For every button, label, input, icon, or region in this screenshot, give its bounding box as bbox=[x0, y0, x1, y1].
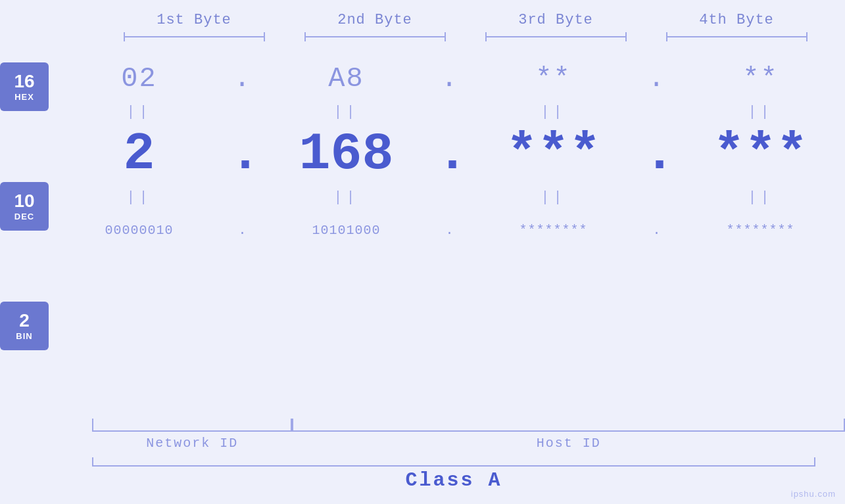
bin-dot-3: . bbox=[644, 223, 670, 238]
watermark: ipshu.com bbox=[791, 489, 836, 499]
host-id-label: Host ID bbox=[292, 436, 845, 451]
main-container: 1st Byte 2nd Byte 3rd Byte 4th Byte 16 H… bbox=[0, 0, 845, 504]
hex-dot-3: . bbox=[644, 63, 670, 95]
eq2-sign-1: || bbox=[126, 189, 151, 206]
badges-column: 16 HEX 10 DEC 2 BIN bbox=[0, 56, 49, 419]
eq2-sign-4: || bbox=[748, 189, 773, 206]
dec-val-2: 168 bbox=[299, 124, 393, 184]
dec-dot-3: . bbox=[644, 128, 670, 181]
byte-label-3: 3rd Byte bbox=[466, 12, 646, 28]
dec-cell-4: *** bbox=[670, 128, 845, 181]
eq2-sign-3: || bbox=[541, 189, 566, 206]
dec-val-3: *** bbox=[506, 124, 600, 184]
hex-dot-1: . bbox=[229, 63, 256, 95]
bin-badge: 2 BIN bbox=[0, 302, 49, 350]
id-labels: Network ID Host ID bbox=[92, 436, 845, 451]
bin-badge-number: 2 bbox=[19, 311, 30, 331]
bracket-4 bbox=[646, 32, 827, 44]
eq-cell-4: || bbox=[670, 104, 845, 120]
dec-cell-2: 168 bbox=[256, 128, 437, 181]
byte-label-2: 2nd Byte bbox=[285, 12, 466, 28]
bin-row: 00000010 . 10101000 . ******** . bbox=[49, 207, 845, 253]
class-bracket bbox=[92, 457, 815, 467]
bin-cell-2: 10101000 bbox=[256, 223, 437, 238]
dec-dot-1: . bbox=[229, 128, 256, 181]
network-id-bracket bbox=[92, 419, 292, 432]
hex-dot-2: . bbox=[437, 63, 463, 95]
header-brackets bbox=[104, 32, 827, 44]
content-area: 16 HEX 10 DEC 2 BIN 02 . bbox=[0, 56, 845, 419]
bottom-area: Network ID Host ID Class A ipshu.com bbox=[0, 419, 845, 504]
bracket-3 bbox=[466, 32, 646, 44]
eq2-cell-2: || bbox=[256, 189, 437, 206]
bin-dot-1: . bbox=[229, 223, 256, 238]
eq-cell-3: || bbox=[463, 104, 644, 120]
dec-cell-1: 2 bbox=[49, 128, 229, 181]
hex-row: 02 . A8 . ** . ** bbox=[49, 56, 845, 102]
eq2-sign-2: || bbox=[333, 189, 358, 206]
class-label: Class A bbox=[92, 469, 815, 492]
eq-sign-1: || bbox=[126, 104, 151, 120]
bin-val-2: 10101000 bbox=[312, 223, 380, 238]
bin-badge-label: BIN bbox=[16, 331, 32, 341]
hex-badge-label: HEX bbox=[14, 92, 34, 102]
byte-headers: 1st Byte 2nd Byte 3rd Byte 4th Byte bbox=[43, 0, 845, 28]
bin-val-1: 00000010 bbox=[105, 223, 173, 238]
eq-sign-4: || bbox=[748, 104, 773, 120]
dec-badge-label: DEC bbox=[14, 212, 34, 221]
dec-dot-2: . bbox=[437, 128, 463, 181]
hex-val-1: 02 bbox=[121, 63, 157, 95]
eq-cell-2: || bbox=[256, 104, 437, 120]
dec-val-1: 2 bbox=[123, 124, 155, 184]
byte-label-1: 1st Byte bbox=[104, 12, 285, 28]
bin-val-4: ******** bbox=[726, 223, 794, 238]
dec-row: 2 . 168 . *** . *** bbox=[49, 122, 845, 187]
host-id-bracket bbox=[292, 419, 845, 432]
hex-val-4: ** bbox=[742, 63, 778, 95]
hex-badge-number: 16 bbox=[14, 72, 34, 92]
byte-label-4: 4th Byte bbox=[646, 12, 827, 28]
eq2-cell-4: || bbox=[670, 189, 845, 206]
hex-cell-4: ** bbox=[670, 63, 845, 95]
bin-val-3: ******** bbox=[519, 223, 587, 238]
hex-cell-2: A8 bbox=[256, 63, 437, 95]
eq-sign-2: || bbox=[333, 104, 358, 120]
eq-row-2: || || || || bbox=[49, 187, 845, 207]
hex-val-2: A8 bbox=[328, 63, 364, 95]
eq-row-1: || || || || bbox=[49, 102, 845, 122]
eq2-cell-1: || bbox=[49, 189, 229, 206]
dec-val-4: *** bbox=[713, 124, 808, 184]
hex-val-3: ** bbox=[535, 63, 571, 95]
bracket-2 bbox=[285, 32, 466, 44]
data-area: 02 . A8 . ** . ** bbox=[49, 56, 845, 419]
dec-badge-number: 10 bbox=[14, 191, 34, 212]
network-id-label: Network ID bbox=[92, 436, 292, 451]
bin-dot-2: . bbox=[437, 223, 463, 238]
bin-cell-1: 00000010 bbox=[49, 223, 229, 238]
bracket-1 bbox=[104, 32, 285, 44]
dec-cell-3: *** bbox=[463, 128, 644, 181]
hex-cell-1: 02 bbox=[49, 63, 229, 95]
id-brackets bbox=[92, 419, 845, 432]
eq-sign-3: || bbox=[541, 104, 566, 120]
bin-cell-3: ******** bbox=[463, 223, 644, 238]
eq2-cell-3: || bbox=[463, 189, 644, 206]
dec-badge: 10 DEC bbox=[0, 182, 49, 231]
hex-cell-3: ** bbox=[463, 63, 644, 95]
eq-cell-1: || bbox=[49, 104, 229, 120]
hex-badge: 16 HEX bbox=[0, 62, 49, 111]
bin-cell-4: ******** bbox=[670, 223, 845, 238]
